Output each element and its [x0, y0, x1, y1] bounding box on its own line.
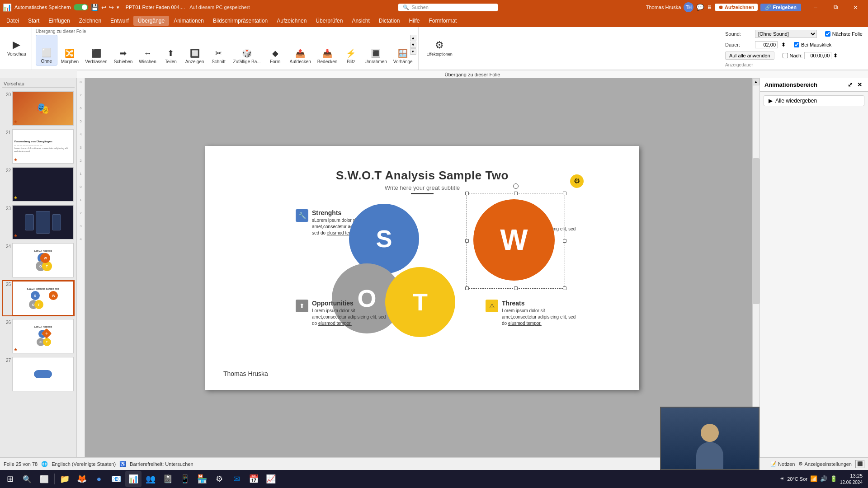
transition-anzeigen[interactable]: 🔲 Anzeigen	[183, 35, 207, 66]
nachste-folie-checkbox[interactable]	[825, 31, 830, 37]
quick-save-icon[interactable]: 💾	[91, 4, 99, 11]
slide-thumb-25[interactable]: 25 S.W.O.T Analysis Sample Two S O T W	[2, 280, 75, 316]
quick-access-more[interactable]: ▾	[117, 5, 119, 10]
slide-thumb-27[interactable]: 27	[2, 356, 75, 392]
user-avatar[interactable]: TH	[684, 2, 693, 12]
bei-mausklick-checkbox[interactable]	[794, 42, 799, 47]
taskbar-mail[interactable]: ✉	[228, 471, 245, 487]
slide-thumb-26[interactable]: 26 S.W.O.T Analysis S O T W ★	[2, 318, 75, 354]
slide-canvas[interactable]: S.W.O.T Analysis Sample Two Write here y…	[205, 146, 639, 390]
transition-blitz[interactable]: ⚡ Blitz	[341, 35, 361, 66]
canvas-scrollbar-track[interactable]	[752, 85, 760, 450]
network-icon[interactable]: 📶	[810, 475, 817, 482]
play-all-button[interactable]: ▶ Alle wiedergeben	[764, 95, 864, 106]
handle-mr[interactable]	[563, 239, 566, 243]
accessibility-info[interactable]: Barrierefreiheit: Untersuchen	[130, 461, 193, 467]
menu-start[interactable]: Start	[24, 16, 44, 26]
nach-input[interactable]	[804, 52, 831, 59]
scroll-down-btn[interactable]: ▼	[410, 42, 416, 48]
freigeben-button[interactable]: 🔗 Freigeben	[760, 4, 801, 11]
start-button[interactable]: ⊞	[2, 471, 18, 487]
language-info[interactable]: Englisch (Vereinigte Staaten)	[52, 461, 116, 467]
taskbar-outlook[interactable]: 📧	[108, 471, 124, 487]
sound-icon[interactable]: 🔊	[820, 475, 827, 482]
menu-zeichnen[interactable]: Zeichnen	[75, 16, 106, 26]
transition-schnitt[interactable]: ✂ Schnitt	[208, 35, 229, 66]
transition-teilen[interactable]: ⬆ Teilen	[160, 35, 182, 66]
slide-thumb-23[interactable]: 23 ★	[2, 204, 75, 240]
present-icon[interactable]: 🖥	[707, 4, 712, 10]
taskbar-onenote[interactable]: 📓	[160, 471, 176, 487]
transition-aufdecken[interactable]: 📤 Aufdecken	[287, 35, 314, 66]
menu-bildschirm[interactable]: Bildschirmpräsentation	[208, 16, 272, 26]
nach-spinner[interactable]: ⬍	[833, 52, 838, 59]
menu-hilfe[interactable]: Hilfe	[404, 16, 424, 26]
scroll-up-btn[interactable]: ▲	[410, 35, 416, 41]
notes-button[interactable]: 📝 Notizen	[770, 461, 795, 467]
taskbar-explorer[interactable]: 📁	[57, 471, 73, 487]
view-settings-button[interactable]: ⚙ Anzeigeeinstellungen	[798, 461, 852, 467]
handle-br[interactable]	[563, 286, 566, 290]
menu-animationen[interactable]: Animationen	[169, 16, 208, 26]
slide-thumb-21[interactable]: 21 Verwendung von Übergängen — — — — — —…	[2, 128, 75, 164]
transition-morphen[interactable]: 🔀 Morphen	[58, 35, 81, 66]
swot-s-circle[interactable]: S	[349, 204, 419, 274]
undo-icon[interactable]: ↩	[101, 4, 106, 11]
comments-icon[interactable]: 💬	[696, 4, 704, 11]
redo-icon[interactable]: ↪	[109, 4, 114, 11]
search-box[interactable]: 🔍 Suchen	[398, 4, 498, 11]
taskbar-phone[interactable]: 📱	[177, 471, 193, 487]
menu-einfugen[interactable]: Einfügen	[44, 16, 74, 26]
slide-thumb-24[interactable]: 24 S.W.O.T Analysis S O T W	[2, 242, 75, 278]
minimize-button[interactable]: –	[806, 0, 826, 14]
transition-schieben[interactable]: ➡ Schieben	[111, 35, 136, 66]
effektoptionen-button[interactable]: ⚙ Effektoptionen	[424, 27, 455, 58]
taskbar-search[interactable]: 🔍	[19, 471, 35, 487]
transition-ohne[interactable]: ⬜ Ohne	[36, 35, 57, 66]
vorschau-button[interactable]: ▶ Vorschau	[5, 27, 29, 58]
taskbar-excel[interactable]: 📈	[263, 471, 279, 487]
transition-verblassen[interactable]: ⬛ Verblassen	[82, 35, 110, 66]
taskbar-powerpoint[interactable]: 📊	[125, 471, 142, 487]
slide-thumb-22[interactable]: 22 ★	[2, 166, 75, 202]
menu-aufzeichnen[interactable]: Aufzeichnen	[272, 16, 311, 26]
view-mode-normal[interactable]: ⬛	[855, 460, 864, 468]
close-panel-icon[interactable]: ✕	[856, 81, 863, 89]
restore-button[interactable]: ⧉	[826, 0, 845, 14]
aufzeichnen-button[interactable]: ⏺ Aufzeichnen	[715, 4, 758, 11]
dauer-spinner[interactable]: ⬍	[781, 42, 786, 48]
canvas-scroll-top[interactable]: ▲	[752, 78, 760, 85]
taskbar-calendar[interactable]: 📅	[245, 471, 262, 487]
swot-w-circle[interactable]: W	[473, 199, 555, 281]
nach-checkbox[interactable]	[783, 53, 788, 58]
handle-bm[interactable]	[514, 286, 518, 290]
taskbar-firefox[interactable]: 🦊	[74, 471, 90, 487]
taskbar-store[interactable]: 🏪	[194, 471, 210, 487]
sound-select[interactable]: [Ohne Sound]	[755, 30, 817, 38]
canvas-scrollbar-thumb[interactable]	[753, 158, 760, 304]
menu-formformat[interactable]: Formformat	[424, 16, 461, 26]
expand-panel-icon[interactable]: ⤢	[846, 81, 854, 89]
scroll-more-btn[interactable]: ▾	[410, 48, 416, 55]
transition-scroll[interactable]: ▲ ▼ ▾	[410, 35, 416, 55]
slide-thumb-20[interactable]: 20 🎭 ★	[2, 90, 75, 127]
menu-ansicht[interactable]: Ansicht	[347, 16, 374, 26]
menu-uberpruefen[interactable]: Überprüfen	[311, 16, 347, 26]
handle-bl[interactable]	[465, 286, 469, 290]
autosave-toggle[interactable]	[74, 4, 88, 10]
menu-entwurf[interactable]: Entwurf	[106, 16, 133, 26]
task-view-button[interactable]: ⬜	[36, 471, 52, 487]
swot-t-circle[interactable]: T	[385, 267, 455, 337]
dauer-input[interactable]	[755, 41, 778, 48]
taskbar-chrome[interactable]: ●	[91, 471, 107, 487]
taskbar-teams[interactable]: 👥	[142, 471, 159, 487]
transition-bedecken[interactable]: 📥 Bedecken	[315, 35, 340, 66]
handle-ml[interactable]	[465, 239, 469, 243]
transition-zufallig[interactable]: 🎲 Zufällige Ba...	[230, 35, 263, 66]
menu-datei[interactable]: Datei	[2, 16, 24, 26]
menu-ubergange[interactable]: Übergänge	[133, 16, 169, 26]
menu-dictation[interactable]: Dictation	[374, 16, 405, 26]
transition-umrahmen[interactable]: 🔳 Umrahmen	[362, 35, 389, 66]
transition-form[interactable]: ◆ Form	[264, 35, 286, 66]
close-button[interactable]: ✕	[845, 0, 865, 14]
